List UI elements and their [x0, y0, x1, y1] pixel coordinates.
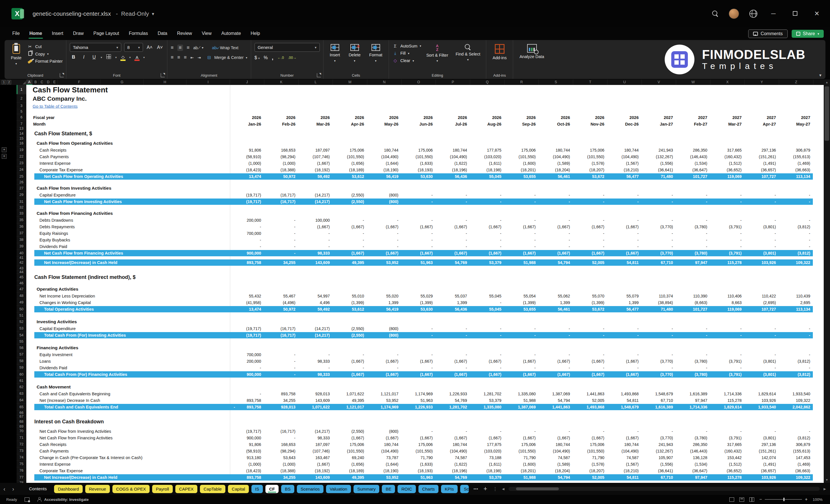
cell-value[interactable]: (3,780): [676, 371, 710, 378]
cell-value[interactable]: -: [505, 237, 539, 243]
row-header-35[interactable]: 35: [17, 217, 26, 223]
row-header-65[interactable]: 65: [17, 404, 26, 410]
sheet-tab-bs[interactable]: BS: [281, 485, 294, 493]
cell-value[interactable]: (3,791): [710, 371, 745, 378]
cell-value[interactable]: (3,801): [745, 435, 779, 441]
cell-value[interactable]: 900,000: [230, 250, 264, 257]
row-cells[interactable]: [26, 426, 824, 428]
cell-value[interactable]: -: [607, 217, 642, 223]
cell-value[interactable]: 286,350: [676, 441, 710, 448]
accessibility-status[interactable]: Accessibility: Investigate: [44, 497, 89, 502]
cell-value[interactable]: 317,665: [710, 147, 745, 153]
cell-value[interactable]: (1,633): [402, 160, 436, 166]
cell-value[interactable]: (3,791): [710, 435, 745, 441]
row-cells[interactable]: Cash Flow Statement (indirect method), $: [26, 274, 824, 281]
cell-value[interactable]: (132,267): [642, 448, 676, 454]
row-cells[interactable]: Net Cash Flow from Investing Activities(…: [26, 428, 824, 435]
row-cells[interactable]: Financing Activities: [26, 344, 824, 351]
outline-level-1-button[interactable]: 1: [2, 80, 6, 84]
cell-value[interactable]: (1,512): [710, 461, 745, 467]
column-header-Z[interactable]: Z: [779, 80, 813, 85]
outline-level-2-button[interactable]: 2: [7, 80, 11, 84]
cell-value[interactable]: (1,611): [470, 461, 505, 467]
row-cells[interactable]: Interest Expense(1,000)(1,000)(1,667)(1,…: [26, 461, 824, 467]
cell-value[interactable]: (36,641): [642, 166, 676, 173]
cell-value[interactable]: (104,490): [436, 448, 470, 454]
cell-value[interactable]: -: [264, 243, 298, 250]
cell-value[interactable]: -: [539, 237, 573, 243]
column-header-X[interactable]: X: [710, 80, 745, 85]
row-header-31[interactable]: 31: [17, 198, 26, 205]
row-cells[interactable]: Cash Receipts91,806168,653187,097175,006…: [26, 441, 824, 448]
cell-value[interactable]: 175,006: [573, 147, 607, 153]
sheet-tab-captable[interactable]: CapTable: [200, 485, 225, 493]
cell-value[interactable]: 1,933,540: [779, 390, 813, 397]
row-header-73[interactable]: 73: [17, 448, 26, 454]
bold-button[interactable]: B: [70, 55, 77, 60]
cell-value[interactable]: (3,801): [745, 223, 779, 230]
cell-value[interactable]: (151,261): [745, 153, 779, 160]
cell-value[interactable]: -: [505, 365, 539, 371]
row-header-64[interactable]: 64: [17, 397, 26, 404]
cell-value[interactable]: -: [676, 217, 710, 223]
row-cells[interactable]: Investing Activities: [26, 318, 824, 325]
cell-value[interactable]: (3,780): [676, 358, 710, 365]
cell-value[interactable]: -: [298, 243, 333, 250]
align-right-icon[interactable]: ≡: [184, 55, 187, 60]
cell-value[interactable]: -: [402, 243, 436, 250]
row-header-6[interactable]: 6: [17, 114, 26, 121]
cell-value[interactable]: (1,667): [505, 250, 539, 257]
cell-value[interactable]: (146,443): [676, 448, 710, 454]
row-cells[interactable]: [26, 378, 824, 384]
cell-value[interactable]: -: [779, 217, 813, 223]
fill-button[interactable]: ⤓Fill ▾: [392, 51, 421, 56]
cell-value[interactable]: -: [470, 243, 505, 250]
cell-value[interactable]: 54,811: [607, 259, 642, 266]
share-button[interactable]: ↑ Share ▾: [792, 30, 824, 38]
row-header-27[interactable]: 27: [17, 185, 26, 192]
cell-value[interactable]: Mar-27: [710, 121, 745, 127]
cell-value[interactable]: Jan-26: [230, 121, 264, 127]
cell-value[interactable]: -: [676, 237, 710, 243]
cell-value[interactable]: 893,758: [230, 474, 264, 481]
add-sheet-button[interactable]: +: [483, 485, 487, 493]
column-header-V[interactable]: V: [642, 80, 676, 85]
cell-value[interactable]: -: [745, 325, 779, 332]
cell-value[interactable]: May-27: [779, 121, 813, 127]
cell-value[interactable]: -: [710, 192, 745, 198]
row-header-49[interactable]: 49: [17, 299, 26, 306]
cell-value[interactable]: (1,556): [642, 461, 676, 467]
cell-value[interactable]: -: [607, 325, 642, 332]
cell-value[interactable]: -: [676, 230, 710, 237]
cell-value[interactable]: (19,717): [230, 198, 264, 205]
cell-value[interactable]: -: [710, 351, 745, 358]
cell-value[interactable]: -: [470, 428, 505, 435]
cell-value[interactable]: 54,997: [298, 293, 333, 299]
comma-format-button[interactable]: ,: [272, 54, 274, 61]
cell-value[interactable]: 1,829,614: [745, 390, 779, 397]
cell-value[interactable]: 110,439: [779, 293, 813, 299]
cell-value[interactable]: -: [470, 230, 505, 237]
cell-value[interactable]: 175,006: [505, 147, 539, 153]
align-center-icon[interactable]: ≡: [177, 55, 180, 60]
cell-value[interactable]: 2026: [230, 114, 264, 121]
cell-value[interactable]: -: [607, 230, 642, 237]
cell-value[interactable]: 56,477: [607, 306, 642, 313]
decrease-decimal-button[interactable]: ←.0: [278, 56, 284, 60]
row-cells[interactable]: [26, 266, 824, 271]
cell-value[interactable]: (160,432): [710, 448, 745, 454]
cell-value[interactable]: 2027: [642, 114, 676, 121]
font-name-select[interactable]: Tahoma▾: [70, 43, 121, 52]
cell-value[interactable]: (3,801): [745, 371, 779, 378]
cell-value[interactable]: (2,550): [333, 198, 367, 205]
cell-value[interactable]: 98,333: [298, 371, 333, 378]
cell-value[interactable]: 91,806: [230, 441, 264, 448]
cell-value[interactable]: -: [607, 237, 642, 243]
cell-value[interactable]: (18,423): [230, 166, 264, 173]
column-header-J[interactable]: J: [230, 80, 264, 85]
cell-value[interactable]: -: [264, 435, 298, 441]
cell-value[interactable]: 105,907: [642, 454, 676, 461]
cell-value[interactable]: 180,744: [539, 147, 573, 153]
cell-value[interactable]: (3,791): [710, 250, 745, 257]
analyze-data-button[interactable]: Analyze Data: [516, 43, 547, 60]
